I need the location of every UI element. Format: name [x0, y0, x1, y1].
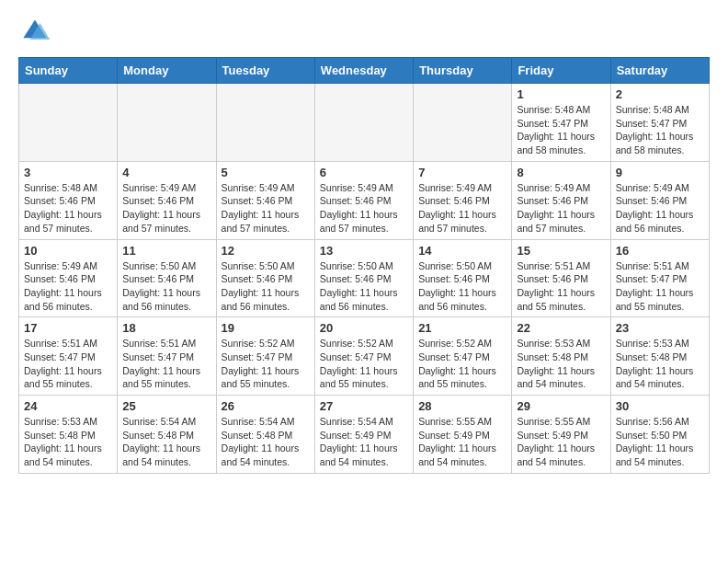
week-row-4: 17Sunrise: 5:51 AMSunset: 5:47 PMDayligh… — [19, 317, 710, 396]
day-detail: Sunrise: 5:56 AMSunset: 5:50 PMDaylight:… — [616, 415, 704, 469]
week-row-3: 10Sunrise: 5:49 AMSunset: 5:46 PMDayligh… — [19, 239, 710, 317]
day-number: 24 — [24, 399, 112, 413]
calendar-cell: 20Sunrise: 5:52 AMSunset: 5:47 PMDayligh… — [314, 317, 413, 396]
page: SundayMondayTuesdayWednesdayThursdayFrid… — [0, 0, 728, 488]
calendar-cell: 29Sunrise: 5:55 AMSunset: 5:49 PMDayligh… — [512, 396, 610, 474]
day-detail: Sunrise: 5:53 AMSunset: 5:48 PMDaylight:… — [24, 415, 112, 469]
calendar-cell: 25Sunrise: 5:54 AMSunset: 5:48 PMDayligh… — [118, 396, 216, 474]
day-number: 10 — [24, 244, 112, 258]
calendar-body: 1Sunrise: 5:48 AMSunset: 5:47 PMDaylight… — [19, 84, 710, 474]
logo — [18, 15, 55, 48]
day-number: 14 — [418, 244, 506, 258]
day-number: 13 — [320, 244, 408, 258]
day-number: 9 — [616, 166, 704, 179]
day-detail: Sunrise: 5:48 AMSunset: 5:46 PMDaylight:… — [24, 181, 112, 236]
day-number: 26 — [222, 399, 310, 413]
header — [18, 15, 710, 48]
day-detail: Sunrise: 5:51 AMSunset: 5:47 PMDaylight:… — [122, 337, 210, 391]
calendar-cell: 10Sunrise: 5:49 AMSunset: 5:46 PMDayligh… — [19, 239, 118, 317]
weekday-header-monday: Monday — [118, 58, 216, 84]
day-detail: Sunrise: 5:49 AMSunset: 5:46 PMDaylight:… — [517, 181, 605, 236]
calendar-cell: 7Sunrise: 5:49 AMSunset: 5:46 PMDaylight… — [414, 161, 512, 239]
calendar-cell: 22Sunrise: 5:53 AMSunset: 5:48 PMDayligh… — [512, 317, 610, 396]
logo-icon — [18, 15, 51, 48]
calendar-cell: 26Sunrise: 5:54 AMSunset: 5:48 PMDayligh… — [216, 396, 314, 474]
day-detail: Sunrise: 5:55 AMSunset: 5:49 PMDaylight:… — [418, 415, 506, 469]
calendar-cell: 15Sunrise: 5:51 AMSunset: 5:46 PMDayligh… — [512, 239, 610, 317]
calendar-cell: 27Sunrise: 5:54 AMSunset: 5:49 PMDayligh… — [314, 396, 413, 474]
calendar-cell: 16Sunrise: 5:51 AMSunset: 5:47 PMDayligh… — [610, 239, 709, 317]
calendar-cell: 23Sunrise: 5:53 AMSunset: 5:48 PMDayligh… — [610, 317, 709, 396]
calendar-cell: 28Sunrise: 5:55 AMSunset: 5:49 PMDayligh… — [414, 396, 512, 474]
day-detail: Sunrise: 5:50 AMSunset: 5:46 PMDaylight:… — [418, 259, 506, 314]
week-row-5: 24Sunrise: 5:53 AMSunset: 5:48 PMDayligh… — [19, 396, 710, 474]
calendar-cell: 21Sunrise: 5:52 AMSunset: 5:47 PMDayligh… — [414, 317, 512, 396]
weekday-header-friday: Friday — [512, 58, 610, 84]
calendar-cell: 12Sunrise: 5:50 AMSunset: 5:46 PMDayligh… — [216, 239, 314, 317]
day-detail: Sunrise: 5:50 AMSunset: 5:46 PMDaylight:… — [320, 259, 408, 314]
day-detail: Sunrise: 5:50 AMSunset: 5:46 PMDaylight:… — [122, 259, 210, 314]
calendar-cell — [118, 84, 216, 162]
day-detail: Sunrise: 5:48 AMSunset: 5:47 PMDaylight:… — [616, 103, 704, 157]
calendar-cell: 14Sunrise: 5:50 AMSunset: 5:46 PMDayligh… — [414, 239, 512, 317]
day-number: 20 — [320, 321, 408, 335]
day-detail: Sunrise: 5:53 AMSunset: 5:48 PMDaylight:… — [616, 337, 704, 391]
day-number: 23 — [616, 321, 704, 335]
calendar-cell — [414, 84, 512, 162]
calendar-cell: 5Sunrise: 5:49 AMSunset: 5:46 PMDaylight… — [216, 161, 314, 239]
day-detail: Sunrise: 5:49 AMSunset: 5:46 PMDaylight:… — [320, 181, 408, 236]
day-detail: Sunrise: 5:49 AMSunset: 5:46 PMDaylight:… — [24, 259, 112, 314]
day-number: 19 — [222, 321, 310, 335]
day-number: 15 — [517, 244, 605, 258]
day-detail: Sunrise: 5:52 AMSunset: 5:47 PMDaylight:… — [320, 337, 408, 391]
weekday-header-thursday: Thursday — [414, 58, 512, 84]
calendar-cell: 3Sunrise: 5:48 AMSunset: 5:46 PMDaylight… — [19, 161, 118, 239]
day-number: 12 — [222, 244, 310, 258]
day-number: 1 — [517, 87, 605, 101]
week-row-2: 3Sunrise: 5:48 AMSunset: 5:46 PMDaylight… — [19, 161, 710, 239]
weekday-row: SundayMondayTuesdayWednesdayThursdayFrid… — [19, 58, 710, 84]
calendar-cell: 19Sunrise: 5:52 AMSunset: 5:47 PMDayligh… — [216, 317, 314, 396]
day-detail: Sunrise: 5:54 AMSunset: 5:49 PMDaylight:… — [320, 415, 408, 469]
day-number: 25 — [122, 399, 210, 413]
day-detail: Sunrise: 5:51 AMSunset: 5:46 PMDaylight:… — [517, 259, 605, 314]
calendar-cell: 9Sunrise: 5:49 AMSunset: 5:46 PMDaylight… — [610, 161, 709, 239]
day-detail: Sunrise: 5:53 AMSunset: 5:48 PMDaylight:… — [517, 337, 605, 391]
day-detail: Sunrise: 5:54 AMSunset: 5:48 PMDaylight:… — [122, 415, 210, 469]
calendar-cell: 8Sunrise: 5:49 AMSunset: 5:46 PMDaylight… — [512, 161, 610, 239]
calendar-cell: 30Sunrise: 5:56 AMSunset: 5:50 PMDayligh… — [610, 396, 709, 474]
day-detail: Sunrise: 5:49 AMSunset: 5:46 PMDaylight:… — [616, 181, 704, 236]
calendar-cell — [216, 84, 314, 162]
day-number: 30 — [616, 399, 704, 413]
calendar-cell: 18Sunrise: 5:51 AMSunset: 5:47 PMDayligh… — [118, 317, 216, 396]
weekday-header-sunday: Sunday — [19, 58, 118, 84]
calendar: SundayMondayTuesdayWednesdayThursdayFrid… — [18, 57, 710, 474]
day-number: 5 — [222, 166, 310, 179]
day-number: 18 — [122, 321, 210, 335]
day-number: 4 — [122, 166, 210, 179]
day-detail: Sunrise: 5:51 AMSunset: 5:47 PMDaylight:… — [24, 337, 112, 391]
day-number: 7 — [418, 166, 506, 179]
calendar-cell: 2Sunrise: 5:48 AMSunset: 5:47 PMDaylight… — [610, 84, 709, 162]
calendar-cell — [314, 84, 413, 162]
weekday-header-wednesday: Wednesday — [314, 58, 413, 84]
calendar-cell: 13Sunrise: 5:50 AMSunset: 5:46 PMDayligh… — [314, 239, 413, 317]
day-detail: Sunrise: 5:54 AMSunset: 5:48 PMDaylight:… — [222, 415, 310, 469]
day-number: 21 — [418, 321, 506, 335]
calendar-cell: 4Sunrise: 5:49 AMSunset: 5:46 PMDaylight… — [118, 161, 216, 239]
calendar-cell: 1Sunrise: 5:48 AMSunset: 5:47 PMDaylight… — [512, 84, 610, 162]
day-detail: Sunrise: 5:51 AMSunset: 5:47 PMDaylight:… — [616, 259, 704, 314]
day-detail: Sunrise: 5:49 AMSunset: 5:46 PMDaylight:… — [122, 181, 210, 236]
calendar-cell: 17Sunrise: 5:51 AMSunset: 5:47 PMDayligh… — [19, 317, 118, 396]
day-number: 6 — [320, 166, 408, 179]
day-number: 2 — [616, 87, 704, 101]
calendar-header: SundayMondayTuesdayWednesdayThursdayFrid… — [19, 58, 710, 84]
day-detail: Sunrise: 5:49 AMSunset: 5:46 PMDaylight:… — [418, 181, 506, 236]
day-number: 8 — [517, 166, 605, 179]
day-number: 17 — [24, 321, 112, 335]
day-detail: Sunrise: 5:55 AMSunset: 5:49 PMDaylight:… — [517, 415, 605, 469]
day-number: 11 — [122, 244, 210, 258]
week-row-1: 1Sunrise: 5:48 AMSunset: 5:47 PMDaylight… — [19, 84, 710, 162]
day-number: 16 — [616, 244, 704, 258]
day-detail: Sunrise: 5:52 AMSunset: 5:47 PMDaylight:… — [222, 337, 310, 391]
